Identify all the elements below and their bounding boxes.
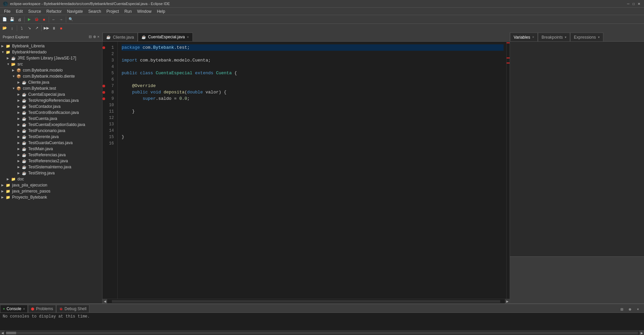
tab-debug-shell-icon: 🐞 bbox=[59, 307, 63, 310]
tab-console[interactable]: ● Console × bbox=[0, 305, 28, 312]
sidebar-close-button[interactable]: × bbox=[97, 35, 99, 39]
next-annotation-button[interactable]: ↕ bbox=[9, 25, 15, 32]
sidebar-filter-button[interactable]: ⊕ bbox=[93, 35, 96, 39]
menu-refactor[interactable]: Refactor bbox=[44, 8, 64, 14]
code-content[interactable]: package com.Bytebank.test; import com.by… bbox=[118, 42, 506, 299]
h-scroll-thumb-main[interactable] bbox=[6, 332, 638, 334]
tab-expressions-menu[interactable]: ▾ bbox=[598, 35, 600, 39]
tree-item[interactable]: ▶📁java_pila_ejecucion bbox=[0, 182, 102, 188]
tree-item[interactable]: ▶☕TestFuncionario.java bbox=[0, 128, 102, 134]
tree-item[interactable]: ▼📁BytebankHeredado bbox=[0, 49, 102, 55]
tree-item[interactable]: ▶📦com.Bytebank.modelo bbox=[0, 67, 102, 73]
print-button[interactable]: 🖨 bbox=[16, 16, 23, 23]
tree-item[interactable]: ▶☕TestArregloReferencias.java bbox=[0, 97, 102, 103]
tab-debug-shell[interactable]: 🐞 Debug Shell bbox=[56, 305, 89, 312]
tab-cliente[interactable]: ☕ Cliente.java bbox=[102, 33, 138, 41]
tree-item[interactable]: ▶☕TestCuentaExceptionSaldo.java bbox=[0, 122, 102, 128]
step-over-button[interactable]: ⤵ bbox=[18, 25, 25, 32]
menu-file[interactable]: File bbox=[1, 8, 13, 14]
tree-item[interactable]: ▶☕TestSistemaInterno.java bbox=[0, 164, 102, 170]
save-button[interactable]: 💾 bbox=[9, 16, 15, 23]
tab-breakpoints-menu[interactable]: ▾ bbox=[565, 35, 566, 39]
tree-label: Cliente.java bbox=[28, 80, 49, 85]
forward-button[interactable]: → bbox=[58, 16, 65, 23]
h-scroll-thumb[interactable] bbox=[6, 332, 16, 334]
code-line bbox=[122, 127, 504, 134]
debug-button[interactable]: 🐞 bbox=[33, 16, 40, 23]
code-line: super.saldo = 0.0; bbox=[122, 95, 504, 102]
toolbar-sep-2 bbox=[49, 16, 49, 23]
stop-button[interactable]: ■ bbox=[41, 16, 47, 23]
tree-item[interactable]: ▶📁doc bbox=[0, 176, 102, 182]
h-scrollbar-main[interactable]: ◀ ▶ bbox=[0, 330, 644, 335]
tree-item[interactable]: ▼📦com.Bytebank.modelo.diente bbox=[0, 73, 102, 79]
tree-item[interactable]: ▶☕TestContador.java bbox=[0, 103, 102, 110]
toolbar2-sep-1 bbox=[17, 25, 17, 31]
step-out-button[interactable]: ↗ bbox=[33, 25, 40, 32]
menu-source[interactable]: Source bbox=[26, 8, 44, 14]
tab-expressions[interactable]: Expressions ▾ bbox=[570, 33, 603, 41]
menu-project[interactable]: Project bbox=[104, 8, 122, 14]
h-scroll-left[interactable]: ◀ bbox=[0, 331, 5, 335]
menu-window[interactable]: Window bbox=[134, 8, 154, 14]
tree-item[interactable]: ▶📁Proyecto_Bytebank bbox=[0, 194, 102, 200]
h-scroll-track[interactable] bbox=[112, 300, 500, 303]
tree-item[interactable]: ▶☕TestGerente.java bbox=[0, 134, 102, 140]
tab-console-close[interactable]: × bbox=[23, 307, 25, 311]
tab-variables[interactable]: Variables × bbox=[510, 33, 538, 41]
bottom-toolbar-btn-2[interactable]: ⊕ bbox=[627, 306, 633, 312]
tab-cuentaespecial-close[interactable]: × bbox=[187, 35, 189, 39]
tree-label: com.Bytebank.test bbox=[23, 86, 56, 91]
tree-item[interactable]: ▶📁Bytebank_Libreria bbox=[0, 43, 102, 49]
minimize-button[interactable]: ─ bbox=[626, 1, 631, 6]
sidebar: Project Explorer ⊟ ⊕ × ▶📁Bytebank_Librer… bbox=[0, 32, 102, 303]
tree-item[interactable]: ▶📁java_primeros_pasos bbox=[0, 188, 102, 194]
tab-problems[interactable]: ⬤ Problems bbox=[28, 305, 56, 312]
suspend-button[interactable]: ⏸ bbox=[50, 25, 57, 32]
code-line bbox=[122, 115, 504, 121]
tree-item[interactable]: ▶☕TestControlBonificacion.java bbox=[0, 110, 102, 116]
h-scroll-right[interactable]: ▶ bbox=[639, 331, 644, 335]
tree-item[interactable]: ▶☕CuentaEspecial.java bbox=[0, 91, 102, 97]
tree-label: CuentaEspecial.java bbox=[28, 92, 65, 97]
tree-item[interactable]: ▶☕TestReferencias2.java bbox=[0, 158, 102, 164]
menu-search[interactable]: Search bbox=[86, 8, 104, 14]
tree-item[interactable]: ▶☕TestGuardaCuentas.java bbox=[0, 140, 102, 146]
run-button[interactable]: ▶ bbox=[26, 16, 33, 23]
bottom-close-button[interactable]: × bbox=[635, 306, 641, 312]
tree-item[interactable]: ▶☕Cliente.java bbox=[0, 79, 102, 85]
tree-label: Bytebank_Libreria bbox=[12, 44, 45, 48]
menu-edit[interactable]: Edit bbox=[13, 8, 26, 14]
tree-item[interactable]: ▶☕TestCuenta.java bbox=[0, 116, 102, 122]
step-into-button[interactable]: ↘ bbox=[26, 25, 33, 32]
terminate-button[interactable]: ■ bbox=[58, 25, 65, 32]
tab-cuentaespecial[interactable]: ☕ CuentaEspecial.java × bbox=[138, 33, 193, 41]
tree-arrow: ▶ bbox=[17, 93, 22, 96]
back-button[interactable]: ← bbox=[50, 16, 57, 23]
tab-breakpoints[interactable]: Breakpoints ▾ bbox=[538, 33, 570, 41]
scroll-right-button[interactable]: ▶ bbox=[505, 299, 510, 304]
open-type-button[interactable]: 📂 bbox=[1, 25, 8, 32]
bottom-toolbar-btn-1[interactable]: ⊟ bbox=[618, 306, 625, 312]
tree-item[interactable]: ▶☕JRE System Library [JavaSE-17] bbox=[0, 55, 102, 61]
tree-arrow: ▶ bbox=[1, 183, 5, 187]
search-button[interactable]: 🔍 bbox=[68, 16, 74, 23]
tree-item[interactable]: ▼📦com.Bytebank.test bbox=[0, 85, 102, 91]
tree-item[interactable]: ▶☕TestReferencias.java bbox=[0, 152, 102, 158]
resume-button[interactable]: ▶▶ bbox=[43, 25, 50, 32]
tab-variables-close[interactable]: × bbox=[532, 35, 534, 39]
scroll-left-button[interactable]: ◀ bbox=[102, 299, 107, 304]
tree-item[interactable]: ▼📂src bbox=[0, 61, 102, 67]
window-title: eclipse-workspace - BytebankHeredado/src… bbox=[10, 2, 170, 6]
tree-icon: 📁 bbox=[5, 49, 11, 55]
maximize-button[interactable]: □ bbox=[631, 1, 636, 6]
sidebar-collapse-button[interactable]: ⊟ bbox=[89, 35, 92, 39]
tree-item[interactable]: ▶☕TestMain.java bbox=[0, 146, 102, 152]
new-button[interactable]: 📄 bbox=[1, 16, 8, 23]
tree-item[interactable]: ▶☕TestString.java bbox=[0, 170, 102, 176]
menu-navigate[interactable]: Navigate bbox=[64, 8, 85, 14]
menu-run[interactable]: Run bbox=[122, 8, 134, 14]
tree-icon: ☕ bbox=[22, 80, 27, 85]
menu-help[interactable]: Help bbox=[154, 8, 168, 14]
close-button[interactable]: ✕ bbox=[637, 1, 641, 6]
